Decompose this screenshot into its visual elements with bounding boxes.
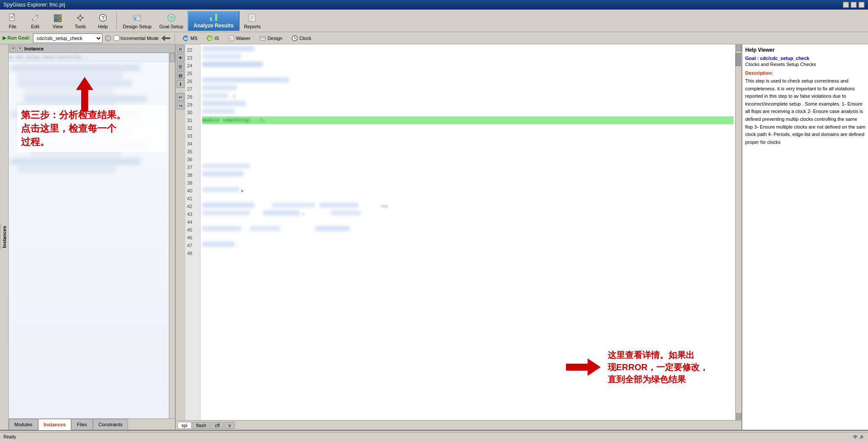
tab-files[interactable]: Files	[71, 419, 92, 430]
goal-info-icon: i	[105, 35, 111, 41]
code-line-34	[202, 140, 733, 148]
view-btn[interactable]: 👁	[177, 54, 184, 62]
instances-side-bar: Instances	[0, 44, 9, 430]
red-arrow-left	[566, 358, 601, 376]
code-line-38	[202, 171, 733, 179]
menu-view[interactable]: View	[47, 12, 69, 30]
file-tab-v[interactable]: v	[224, 422, 235, 429]
close-x-btn[interactable]: ✕	[10, 46, 16, 51]
svg-rect-9	[58, 19, 61, 22]
svg-rect-40	[260, 36, 265, 40]
clock-btn[interactable]: Clock	[288, 33, 315, 43]
close-x2-btn[interactable]: ✕	[17, 46, 23, 51]
copy-btn[interactable]: ⎘	[177, 45, 184, 53]
file-tab-flash[interactable]: flash	[192, 422, 210, 429]
maximize-btn[interactable]: □	[851, 2, 857, 8]
scrollbar-thumb[interactable]	[736, 53, 741, 66]
menu-reports[interactable]: Reports	[240, 12, 264, 30]
menu-help[interactable]: ? Help	[92, 12, 114, 30]
annotation-box-2: 这里查看详情。如果出现ERROR，一定要修改，直到全部为绿色结果	[604, 345, 712, 389]
design-setup-icon	[132, 13, 142, 23]
menu-goal-setup[interactable]: Goal Setup	[156, 12, 187, 30]
code-side-buttons: ⎘ 👁 ☰ ▤ ℹ ↩ ↪	[176, 44, 185, 420]
is-icon: IS	[206, 35, 213, 42]
status-icon-2: 🔊	[859, 434, 865, 440]
help-goal-line: Goal : cdc/cdc_setup_check	[745, 56, 865, 61]
tab-instances[interactable]: Instances	[38, 419, 72, 430]
waiver-btn[interactable]: ✓ Waiver	[225, 33, 254, 43]
help-title: Help Viewer	[745, 47, 865, 53]
ms-label: MS	[191, 36, 198, 41]
menu-tools[interactable]: Tools	[69, 12, 91, 30]
svg-marker-56	[566, 358, 601, 376]
status-icons: 中 🔊	[853, 434, 865, 440]
incremental-mode-checkbox[interactable]	[114, 35, 119, 41]
code-line-45	[202, 226, 733, 234]
svg-rect-7	[58, 15, 61, 18]
minimize-btn[interactable]: ─	[843, 2, 849, 8]
svg-point-10	[79, 16, 82, 20]
svg-rect-8	[54, 19, 57, 22]
svg-marker-33	[161, 35, 170, 41]
filter-btn[interactable]: ▤	[177, 71, 184, 79]
design-btn[interactable]: Design	[256, 33, 285, 43]
code-line-31-highlighted: module something(...);	[202, 116, 733, 124]
redo-btn[interactable]: ↪	[177, 102, 184, 109]
info-btn[interactable]: ℹ	[177, 80, 184, 88]
goal-select[interactable]: cdc/cdc_setup_check	[33, 33, 102, 43]
clock-icon	[291, 35, 298, 42]
right-panel: Help Viewer Goal : cdc/cdc_setup_check C…	[742, 44, 868, 430]
view-icon	[53, 13, 63, 23]
file-tabs: spi flash cfl v	[176, 420, 741, 430]
line-numbers: 2223242526 2728293031 3233343536 3738394…	[185, 44, 201, 420]
code-line-33	[202, 132, 733, 140]
annotation-text-2: 这里查看详情。如果出现ERROR，一定要修改，直到全部为绿色结果	[608, 349, 708, 385]
tab-constraints[interactable]: Constraints	[93, 419, 128, 430]
close-btn[interactable]: ✕	[858, 2, 865, 8]
list-btn[interactable]: ☰	[177, 63, 184, 70]
code-line-27	[202, 85, 733, 93]
is-label: IS	[214, 36, 219, 41]
file-tab-spi[interactable]: spi	[178, 422, 191, 429]
code-scrollbar-v[interactable]	[735, 44, 741, 420]
svg-text:IS: IS	[208, 36, 212, 41]
code-line-48	[202, 249, 733, 257]
code-line-29	[202, 101, 733, 109]
help-goal-label: Goal :	[745, 56, 759, 61]
code-line-30	[202, 109, 733, 116]
incremental-mode-label: Incremental Mode	[114, 35, 159, 41]
waiver-icon: ✓	[228, 35, 235, 42]
code-line-37	[202, 163, 733, 171]
instance-view: ▶ cdc_setup_check hierarchy...	[9, 53, 175, 418]
code-line-28: :1	[202, 93, 733, 101]
svg-rect-6	[54, 15, 57, 18]
code-line-35	[202, 148, 733, 156]
undo-btn[interactable]: ↩	[177, 93, 184, 101]
menu-bar: File Edit View Tools ? Help Design Setup	[0, 10, 868, 32]
code-line-43: +	[202, 210, 733, 218]
code-line-24	[202, 62, 733, 70]
view-label: View	[53, 24, 63, 29]
sep	[174, 34, 175, 43]
code-line-47: ,	[202, 242, 733, 249]
file-tab-cfl[interactable]: cfl	[211, 422, 224, 429]
file-label: File	[9, 24, 16, 29]
tab-modules[interactable]: Modules	[9, 419, 38, 430]
code-line-46	[202, 234, 733, 242]
tools-icon	[75, 13, 85, 23]
menu-design-setup[interactable]: Design Setup	[119, 12, 155, 30]
analyze-results-btn[interactable]: Analyze Results	[187, 11, 240, 31]
design-setup-label: Design Setup	[123, 24, 151, 29]
is-btn[interactable]: IS IS	[203, 33, 222, 43]
svg-text:i: i	[107, 36, 108, 41]
run-goal-label: ▶ Run Goal:	[3, 35, 30, 41]
clock-label: Clock	[299, 36, 312, 41]
menu-edit[interactable]: Edit	[24, 12, 46, 30]
svg-point-31	[105, 36, 111, 41]
menu-file[interactable]: File	[2, 12, 23, 30]
ms-btn[interactable]: MS MS	[179, 33, 201, 43]
code-line-41	[202, 195, 733, 202]
left-scrollbar[interactable]	[169, 53, 175, 418]
goal-setup-icon	[166, 13, 177, 23]
red-arrow-up	[76, 77, 93, 113]
